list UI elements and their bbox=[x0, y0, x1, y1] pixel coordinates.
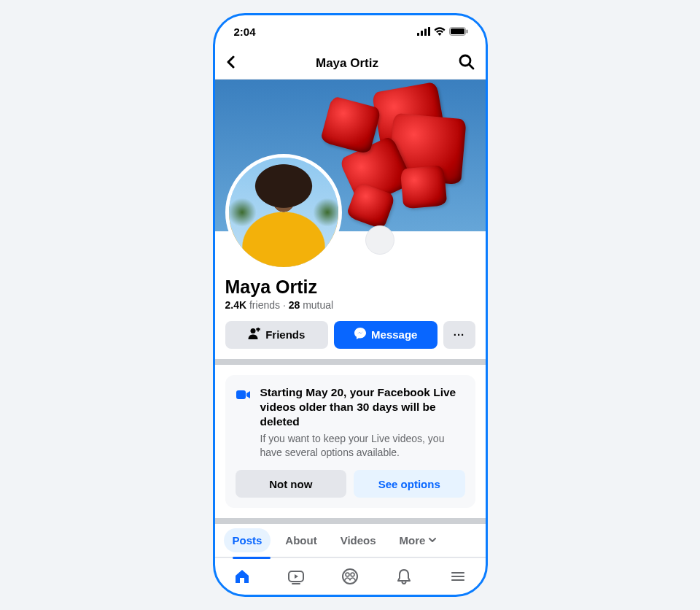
tab-underline bbox=[233, 557, 271, 559]
notifications-icon[interactable] bbox=[394, 567, 413, 586]
tab-posts[interactable]: Posts bbox=[224, 528, 271, 552]
battery-icon bbox=[449, 26, 468, 38]
friends-label: friends bbox=[249, 299, 280, 311]
tab-more[interactable]: More bbox=[391, 528, 446, 552]
divider bbox=[215, 359, 486, 365]
notice-title: Starting May 20, your Facebook Live vide… bbox=[260, 385, 465, 429]
profile-action-bubble[interactable] bbox=[365, 225, 394, 255]
friends-button-label: Friends bbox=[265, 328, 305, 341]
svg-rect-3 bbox=[428, 27, 430, 36]
tab-videos[interactable]: Videos bbox=[332, 528, 385, 552]
svg-rect-5 bbox=[451, 28, 464, 34]
scroll-content: Maya Ortiz 2.4K friends · 28 mutual Frie… bbox=[215, 80, 486, 595]
svg-line-8 bbox=[470, 64, 474, 69]
mutual-label: mutual bbox=[303, 299, 333, 311]
svg-point-14 bbox=[346, 573, 349, 576]
page-title: Maya Ortiz bbox=[316, 56, 378, 71]
avatar[interactable] bbox=[225, 154, 342, 271]
svg-rect-10 bbox=[236, 390, 246, 399]
svg-point-15 bbox=[351, 573, 354, 576]
search-icon[interactable] bbox=[459, 54, 475, 73]
bottom-nav bbox=[215, 557, 486, 595]
status-right bbox=[417, 26, 468, 38]
mutual-count: 28 bbox=[289, 299, 300, 311]
phone-frame: 2:04 Maya Ortiz bbox=[213, 13, 488, 597]
action-row: Friends Message ··· bbox=[225, 321, 475, 349]
message-button-label: Message bbox=[371, 328, 417, 341]
svg-point-9 bbox=[251, 328, 256, 333]
video-icon bbox=[236, 387, 252, 403]
friends-icon bbox=[248, 328, 261, 341]
see-options-button[interactable]: See options bbox=[354, 470, 465, 498]
divider bbox=[215, 518, 486, 524]
message-button[interactable]: Message bbox=[334, 321, 438, 349]
svg-rect-6 bbox=[466, 29, 467, 33]
nav-bar: Maya Ortiz bbox=[215, 47, 486, 80]
profile-header: Maya Ortiz 2.4K friends · 28 mutual Frie… bbox=[215, 231, 486, 359]
live-video-notice: Starting May 20, your Facebook Live vide… bbox=[225, 375, 475, 508]
cellular-icon bbox=[417, 26, 430, 38]
not-now-button[interactable]: Not now bbox=[236, 470, 347, 498]
tab-posts-label: Posts bbox=[233, 534, 262, 547]
status-time: 2:04 bbox=[234, 26, 256, 38]
messenger-icon bbox=[354, 327, 367, 342]
profile-tabs: Posts About Videos More bbox=[215, 524, 486, 557]
wifi-icon bbox=[434, 26, 446, 38]
friends-button[interactable]: Friends bbox=[225, 321, 329, 349]
svg-rect-1 bbox=[421, 31, 423, 36]
profile-substats[interactable]: 2.4K friends · 28 mutual bbox=[225, 299, 475, 311]
tab-more-label: More bbox=[400, 534, 426, 547]
notice-body: If you want to keep your Live videos, yo… bbox=[260, 432, 465, 460]
watch-icon[interactable] bbox=[287, 567, 306, 586]
more-button[interactable]: ··· bbox=[443, 321, 475, 349]
chevron-down-icon bbox=[428, 534, 437, 547]
home-icon[interactable] bbox=[233, 567, 252, 586]
svg-point-13 bbox=[343, 569, 357, 584]
tab-about[interactable]: About bbox=[276, 528, 325, 552]
friends-icon[interactable] bbox=[341, 567, 359, 586]
friends-count: 2.4K bbox=[225, 299, 247, 311]
stats-dot: · bbox=[283, 299, 286, 311]
svg-rect-0 bbox=[417, 33, 419, 36]
status-bar: 2:04 bbox=[215, 15, 486, 47]
back-icon[interactable] bbox=[225, 55, 236, 72]
more-icon: ··· bbox=[454, 328, 465, 341]
menu-icon[interactable] bbox=[448, 567, 467, 586]
svg-rect-2 bbox=[424, 28, 427, 36]
